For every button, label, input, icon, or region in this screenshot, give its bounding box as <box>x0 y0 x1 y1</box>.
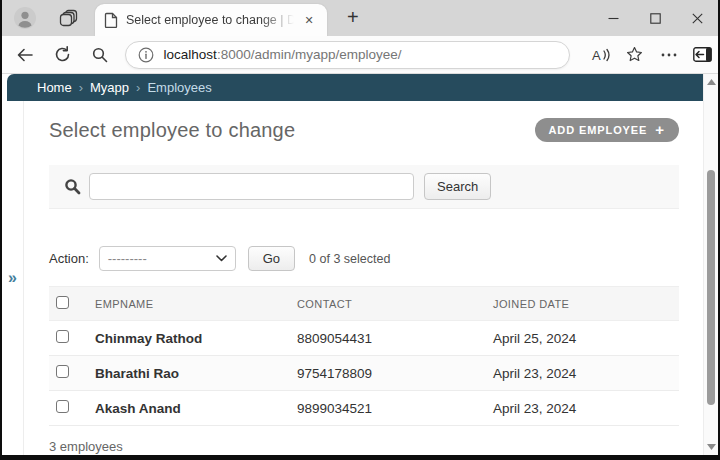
action-counter: 0 of 3 selected <box>309 252 390 266</box>
django-admin-page: Home › Myapp › Employees » Select employ… <box>2 74 703 455</box>
breadcrumb-home-link[interactable]: Home <box>37 80 72 95</box>
employee-contact: 8809054431 <box>291 321 487 356</box>
employee-joined-date: April 25, 2024 <box>487 321 679 356</box>
row-checkbox[interactable] <box>56 400 69 413</box>
nav-sidebar-toggle[interactable]: » <box>8 269 17 287</box>
toolbar-search-button[interactable] <box>85 40 115 70</box>
tab-title: Select employee to change | Djan <box>126 13 294 27</box>
tab-close-icon[interactable]: ✕ <box>300 11 318 29</box>
read-aloud-button[interactable]: A <box>586 40 616 70</box>
scroll-down-icon <box>707 444 716 450</box>
site-info-icon <box>138 47 154 63</box>
close-icon <box>692 13 703 24</box>
employee-count: 3 employees <box>49 426 679 454</box>
ellipsis-icon <box>661 53 677 57</box>
content-header: Select employee to change ADD EMPLOYEE + <box>49 101 679 152</box>
refresh-icon <box>54 46 71 63</box>
header-empname[interactable]: EMPNAME <box>89 287 291 321</box>
search-input[interactable] <box>89 173 414 200</box>
breadcrumb: Home › Myapp › Employees <box>7 74 703 101</box>
search-magnifier-icon <box>64 178 81 195</box>
nav-sidebar-column: » <box>2 101 24 455</box>
refresh-button[interactable] <box>48 40 78 70</box>
favorites-button[interactable] <box>620 40 650 70</box>
page-body: » Select employee to change ADD EMPLOYEE… <box>2 101 703 455</box>
search-icon <box>92 47 108 63</box>
back-button[interactable] <box>10 40 40 70</box>
page-favicon-icon <box>104 12 118 28</box>
page-viewport: Home › Myapp › Employees » Select employ… <box>2 74 718 455</box>
url-host: localhost <box>164 47 217 62</box>
select-all-checkbox[interactable] <box>56 296 69 309</box>
search-button[interactable]: Search <box>424 173 491 200</box>
back-icon <box>16 47 34 63</box>
actions-bar: Action: --------- Go 0 of 3 selected <box>49 246 679 271</box>
sidebar-panel-button[interactable] <box>688 40 718 70</box>
search-toolbar: Search <box>49 165 679 209</box>
minimize-button[interactable] <box>592 0 634 36</box>
window-controls <box>592 0 718 36</box>
header-contact[interactable]: CONTACT <box>291 287 487 321</box>
browser-tab[interactable]: Select employee to change | Djan ✕ <box>95 4 327 36</box>
breadcrumb-current: Employees <box>147 80 211 95</box>
table-row: Bharathi Rao 9754178809 April 23, 2024 <box>49 356 679 391</box>
svg-text:A: A <box>592 48 601 63</box>
employee-name-link[interactable]: Akash Anand <box>95 401 181 416</box>
breadcrumb-separator: › <box>136 80 140 95</box>
table-row: Akash Anand 9899034521 April 23, 2024 <box>49 391 679 426</box>
maximize-icon <box>650 13 661 24</box>
main-content: Select employee to change ADD EMPLOYEE + <box>24 101 703 455</box>
table-row: Chinmay Rathod 8809054431 April 25, 2024 <box>49 321 679 356</box>
header-joined-date[interactable]: JOINED DATE <box>487 287 679 321</box>
browser-titlebar: Select employee to change | Djan ✕ + <box>2 0 718 36</box>
employee-contact: 9899034521 <box>291 391 487 426</box>
avatar-icon <box>13 6 37 30</box>
breadcrumb-separator: › <box>79 80 83 95</box>
employee-joined-date: April 23, 2024 <box>487 391 679 426</box>
employee-joined-date: April 23, 2024 <box>487 356 679 391</box>
action-label: Action: <box>49 251 89 266</box>
employee-contact: 9754178809 <box>291 356 487 391</box>
settings-menu-button[interactable] <box>654 40 684 70</box>
row-checkbox[interactable] <box>56 365 69 378</box>
toolbar-right-icons: A <box>582 40 718 70</box>
scroll-up-button[interactable] <box>707 74 716 90</box>
page-scrollbar[interactable] <box>703 74 718 455</box>
browser-window: Select employee to change | Djan ✕ + <box>2 0 718 455</box>
address-bar[interactable]: localhost:8000/admin/myapp/employee/ <box>125 41 570 69</box>
tab-workspaces-button[interactable] <box>57 6 81 30</box>
minimize-icon <box>608 13 619 24</box>
employee-name-link[interactable]: Bharathi Rao <box>95 366 179 381</box>
workspaces-icon <box>59 8 79 28</box>
page-title: Select employee to change <box>49 119 295 142</box>
star-icon <box>626 46 643 63</box>
table-header-row: EMPNAME CONTACT JOINED DATE <box>49 287 679 321</box>
breadcrumb-myapp-link[interactable]: Myapp <box>90 80 129 95</box>
new-tab-button[interactable]: + <box>343 7 363 30</box>
plus-icon: + <box>655 121 665 138</box>
sidebar-panel-icon <box>693 47 712 62</box>
url-text: localhost:8000/admin/myapp/employee/ <box>164 47 402 62</box>
add-employee-button[interactable]: ADD EMPLOYEE + <box>535 118 679 142</box>
chevron-down-icon <box>216 255 227 262</box>
go-button[interactable]: Go <box>248 246 295 271</box>
close-window-button[interactable] <box>676 0 718 36</box>
maximize-button[interactable] <box>634 0 676 36</box>
scrollbar-track[interactable] <box>704 90 718 439</box>
scrollbar-thumb[interactable] <box>707 170 715 405</box>
profile-avatar[interactable] <box>13 6 37 30</box>
browser-toolbar: localhost:8000/admin/myapp/employee/ A <box>2 36 718 74</box>
url-path: :8000/admin/myapp/employee/ <box>217 47 402 62</box>
row-checkbox[interactable] <box>56 330 69 343</box>
read-aloud-icon: A <box>591 47 611 63</box>
action-selected-option: --------- <box>108 251 147 266</box>
employee-table: EMPNAME CONTACT JOINED DATE Chinmay Rath… <box>49 286 679 426</box>
add-employee-label: ADD EMPLOYEE <box>549 124 648 136</box>
employee-name-link[interactable]: Chinmay Rathod <box>95 331 202 346</box>
action-select[interactable]: --------- <box>99 246 236 271</box>
scroll-down-button[interactable] <box>707 439 716 455</box>
scroll-up-icon <box>707 79 716 85</box>
